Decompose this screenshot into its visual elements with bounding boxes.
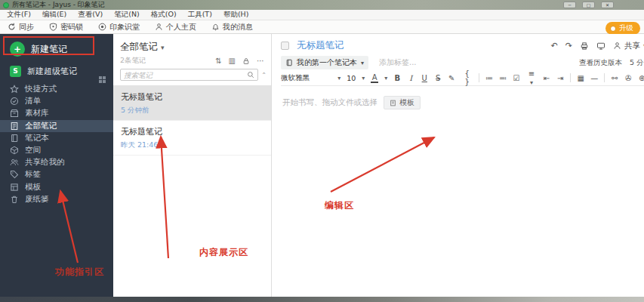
menu-help[interactable]: 帮助(H) (223, 10, 249, 20)
bullet-list-button[interactable]: ≔ (485, 74, 493, 82)
sort-icon[interactable]: ⇅ (215, 57, 221, 65)
main-area: ＋ 新建笔记 S 新建超级笔记 快捷方式 清单 素材库 全部 (0, 34, 644, 297)
attach-file-button[interactable]: ✇ (624, 74, 632, 82)
underline-button[interactable]: U (421, 74, 428, 82)
people-icon (10, 158, 19, 167)
history-link[interactable]: 查看历史版本 (579, 58, 622, 68)
share-button[interactable]: 共享 ▾ (613, 41, 644, 51)
status-strip (0, 297, 644, 302)
close-button[interactable]: ✕ (601, 2, 614, 8)
insert-link-button[interactable]: ⚯ (611, 74, 618, 82)
cube-icon (10, 146, 19, 155)
upgrade-button[interactable]: 升级 (605, 22, 640, 35)
insert-table-button[interactable]: ▦ (577, 74, 584, 82)
chevron-down-icon: ▾ (530, 79, 533, 86)
code-block-button[interactable]: { } (461, 69, 473, 86)
menu-tools[interactable]: 工具(T) (188, 10, 212, 20)
archive-box-icon (10, 109, 19, 118)
add-tag-field[interactable]: 添加标签... (379, 57, 417, 68)
title-bar: 所有笔记本 - Jayus - 印象笔记 ─ ▢ ✕ (0, 0, 644, 10)
template-icon (10, 183, 19, 192)
maximize-button[interactable]: ▢ (582, 2, 595, 8)
lock-icon[interactable] (242, 57, 250, 65)
sidebar-item-spaces[interactable]: 空间 (0, 144, 113, 156)
menu-format[interactable]: 格式(O) (151, 10, 177, 20)
search-box[interactable] (120, 69, 258, 81)
align-button[interactable]: ≡ ▾ (526, 69, 537, 86)
sidebar-item-checklist[interactable]: 清单 (0, 95, 113, 107)
note-list-panel: 全部笔记 ▾ 2条笔记 ⇅ ▥ ⋯ ⌃ (113, 34, 272, 297)
toolbar-divider (604, 73, 605, 82)
yx-class-button[interactable]: 印象识堂 (98, 22, 140, 32)
trash-icon (10, 195, 19, 204)
menu-note[interactable]: 笔记(N) (114, 10, 140, 20)
new-note-label: 新建笔记 (31, 43, 67, 56)
password-lock-button[interactable]: 密码锁 (49, 22, 83, 32)
editor-placeholder: 开始书写、拖动文件或选择 (282, 97, 377, 108)
note-item[interactable]: 无标题笔记 昨天 21:46 (113, 121, 271, 156)
search-row: ⌃ (120, 69, 267, 81)
new-note-button[interactable]: ＋ 新建笔记 (0, 34, 113, 63)
insert-more-button[interactable]: ⊕ (638, 74, 644, 82)
numbered-list-button[interactable]: ≕ (499, 74, 507, 82)
sidebar-item-shortcuts[interactable]: 快捷方式 (0, 83, 113, 95)
toolbar-divider (570, 73, 571, 82)
menu-view[interactable]: 查看(V) (78, 10, 103, 20)
sidebar-item-all-notes[interactable]: 全部笔记 (0, 120, 113, 132)
notebook-selector[interactable]: 我的第一个笔记本 ▾ (281, 56, 368, 69)
menu-edit[interactable]: 编辑(E) (42, 10, 66, 20)
new-super-note-button[interactable]: S 新建超级笔记 (0, 63, 113, 83)
menu-file[interactable]: 文件(F) (7, 10, 31, 20)
editor-note-title[interactable]: 无标题笔记 (297, 39, 344, 52)
format-toolbar: 微软雅黑 ▾ 10 ▾ A ▾ B I U S ✎ { } ≔ ≕ ☑ (281, 72, 644, 86)
italic-button[interactable]: I (407, 74, 414, 82)
minimize-button[interactable]: ─ (563, 2, 576, 8)
collapse-search-icon[interactable]: ⌃ (261, 72, 267, 79)
sidebar-item-trash[interactable]: 废纸篓 (0, 193, 113, 205)
chevron-down-icon: ▾ (384, 75, 387, 82)
share-person-icon (613, 42, 621, 50)
outdent-button[interactable]: ⇤ (543, 74, 550, 82)
sidebar-item-library[interactable]: 素材库 (0, 107, 113, 119)
template-button[interactable]: 模板 (384, 96, 421, 109)
messages-button[interactable]: 我的消息 (211, 22, 253, 32)
redo-icon[interactable]: ↷ (565, 41, 572, 51)
indent-button[interactable]: ⇥ (556, 74, 564, 82)
view-toggle-icon[interactable]: ▥ (229, 57, 236, 65)
sync-button[interactable]: 同步 (8, 22, 34, 32)
sidebar: ＋ 新建笔记 S 新建超级笔记 快捷方式 清单 素材库 全部 (0, 34, 113, 297)
layout-grid-icon[interactable] (99, 76, 106, 83)
undo-icon[interactable]: ↶ (551, 41, 558, 51)
saved-time[interactable]: 5 分钟前 ▾ (630, 58, 644, 68)
print-icon[interactable] (580, 42, 589, 51)
horizontal-rule-button[interactable]: — (590, 74, 598, 82)
sidebar-item-templates[interactable]: 模板 (0, 181, 113, 193)
present-icon[interactable] (596, 42, 605, 51)
more-icon[interactable]: ⋯ (257, 57, 264, 65)
sidebar-item-tags[interactable]: 标签 (0, 168, 113, 180)
strikethrough-button[interactable]: S (434, 74, 442, 82)
todo-list-button[interactable]: ☑ (513, 74, 520, 82)
sidebar-item-notebooks[interactable]: 笔记本 (0, 132, 113, 144)
note-list-title[interactable]: 全部笔记 ▾ (120, 41, 271, 54)
note-count: 2条笔记 (120, 56, 146, 66)
font-color-button[interactable]: A (371, 73, 378, 83)
editor-title-row: 无标题笔记 ↶ ↷ 共享 ▾ ⓘ ⋯ (272, 38, 644, 54)
bold-button[interactable]: B (393, 74, 401, 82)
bell-icon (211, 23, 220, 31)
editor-panel: 无标题笔记 ↶ ↷ 共享 ▾ ⓘ ⋯ (272, 34, 644, 297)
note-badge-icon (281, 42, 289, 50)
star-icon (10, 85, 19, 94)
sidebar-item-shared-with-me[interactable]: 共享给我的 (0, 156, 113, 168)
profile-button[interactable]: 个人主页 (155, 22, 196, 32)
font-family-select[interactable]: 微软雅黑 ▾ (281, 73, 340, 83)
highlight-pen-button[interactable]: ✎ (448, 74, 455, 82)
editor-body[interactable]: 开始书写、拖动文件或选择 模板 (272, 86, 644, 109)
toolbar-divider (479, 73, 479, 82)
search-icon (247, 71, 254, 79)
note-item-selected[interactable]: 无标题笔记 5 分钟前 (113, 86, 271, 121)
new-super-note-label: 新建超级笔记 (27, 66, 77, 77)
search-input[interactable] (124, 71, 247, 79)
font-size-select[interactable]: 10 ▾ (347, 74, 365, 82)
notebook-icon (285, 59, 293, 66)
